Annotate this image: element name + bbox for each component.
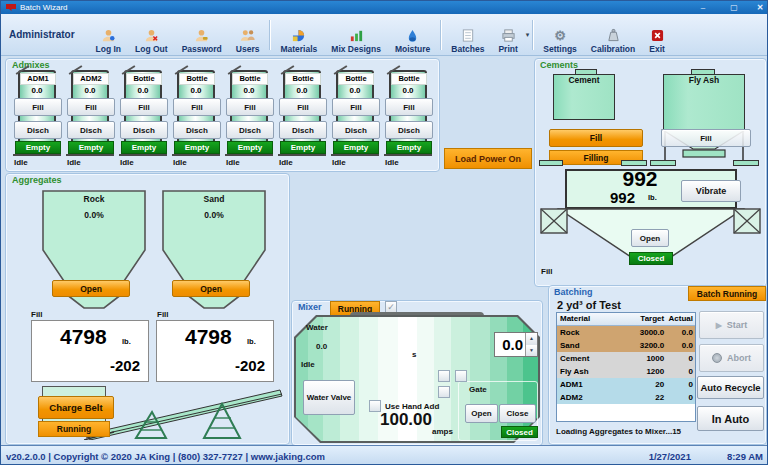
main-toolbar: Administrator Log In Log Out Password Us… [1,14,768,56]
admix-disch-button[interactable]: Disch [385,121,433,139]
admix-fill-button[interactable]: Fill [332,98,380,116]
admix-fill-button[interactable]: Fill [14,98,62,116]
settings-button[interactable]: ⚙ Settings [536,16,584,54]
setpoint-value: 0.0 [495,333,525,356]
admix-disch-button[interactable]: Disch [279,121,327,139]
status-bar: v20.2.0.0 | Copyright © 2020 JA King | (… [1,445,768,465]
gear-icon: ⚙ [554,28,566,44]
rock-open-button[interactable]: Open [52,280,130,297]
abort-button[interactable]: Abort [699,344,764,372]
admix-fill-button[interactable]: Fill [120,98,168,116]
admix-disch-button[interactable]: Disch [332,121,380,139]
rock-label: Rock [40,194,148,204]
login-button[interactable]: Log In [89,16,129,54]
users-icon [240,28,256,44]
start-button[interactable]: ▶ Start [699,311,764,339]
admix-empty-status: Empty [15,141,61,154]
mixer-title: Mixer [298,302,322,312]
admix-fill-button[interactable]: Fill [385,98,433,116]
exit-button[interactable]: Exit [642,16,672,54]
toolbar-separator [532,20,533,50]
admix-disch-button[interactable]: Disch [226,121,274,139]
user-logout-icon [144,28,159,44]
flyash-fill-button[interactable]: Fill [661,129,751,147]
materials-button[interactable]: Materials [273,16,324,54]
charge-belt-button[interactable]: Charge Belt [38,396,114,419]
gate-label: Gate [469,385,487,394]
admix-name: Bottle [179,73,215,85]
calibration-button[interactable]: Calibration [584,16,642,54]
admix-name: ADM1 [20,73,56,85]
admix-disch-button[interactable]: Disch [173,121,221,139]
support-bracket [539,160,563,166]
admix-unit-bottle: Bottle 0.0 Fill Disch Empty Idle [331,70,381,170]
admix-fill-button[interactable]: Fill [279,98,327,116]
user-key-icon [194,28,209,44]
water-label: Water [306,323,328,332]
aggregates-title: Aggregates [12,175,62,185]
mix-designs-button[interactable]: Mix Designs [324,16,388,54]
cement-weight-value: 992 [590,167,690,191]
moisture-button[interactable]: Moisture [388,16,437,54]
vibrate-button[interactable]: Vibrate [681,180,741,202]
water-value: 0.0 [316,342,327,351]
spin-up-icon[interactable]: ▲ [526,333,537,345]
maximize-button[interactable]: ▢ [725,2,743,13]
water-valve-button[interactable]: Water Valve [303,380,355,415]
admix-name: Bottle [285,73,321,85]
admix-fill-button[interactable]: Fill [173,98,221,116]
admix-value: 0.0 [283,86,321,95]
admix-disch-button[interactable]: Disch [120,121,168,139]
admix-status: Idle [332,158,346,167]
abort-icon [712,353,722,363]
table-row: Fly Ash12000 [557,365,695,378]
logout-button[interactable]: Log Out [128,16,175,54]
cements-panel: Cements Cement Fly Ash Fill Fill Filling… [534,58,767,287]
load-power-on-button[interactable]: Load Power On [444,148,532,169]
admix-empty-status: Empty [174,141,220,154]
admix-name: Bottle [391,73,427,85]
admix-disch-button[interactable]: Disch [14,121,62,139]
flyash-silo-label: Fly Ash [663,75,745,85]
support-bracket [650,160,676,166]
batches-button[interactable]: Batches [444,16,491,54]
password-button[interactable]: Password [175,16,229,54]
admix-value: 0.0 [230,86,268,95]
admix-status: Idle [14,158,28,167]
sand-open-button[interactable]: Open [172,280,250,297]
mixer-checkbox-2[interactable] [455,370,467,382]
users-button[interactable]: Users [229,16,267,54]
tank-base [13,154,61,156]
mixer-gate-status: Closed [501,426,538,438]
print-dropdown-icon[interactable]: ▾ [526,31,530,39]
admix-name: ADM2 [73,73,109,85]
title-bar: Batch Wizard – ▢ ✕ [1,1,768,14]
print-button[interactable]: Print [491,16,524,54]
mixer-checkbox-3[interactable] [438,386,450,398]
cement-gate-open-button[interactable]: Open [631,229,669,247]
cement-gate-status: Closed [629,252,673,265]
admix-unit-adm2: ADM2 0.0 Fill Disch Empty Idle [66,70,116,170]
admix-value: 0.0 [389,86,427,95]
spin-down-icon[interactable]: ▼ [526,345,537,357]
mixer-gate-open-button[interactable]: Open [465,404,498,423]
auto-recycle-button[interactable]: Auto Recycle [697,376,764,399]
batch-materials-table: Material Target Actual Rock3000.00.0 San… [556,312,696,422]
mixer-gate-close-button[interactable]: Close [499,404,536,423]
close-button[interactable]: ✕ [751,2,768,13]
admix-empty-status: Empty [68,141,114,154]
mixer-setpoint-spinner[interactable]: 0.0 ▲▼ [494,332,538,357]
cement-fill-button[interactable]: Fill [549,129,643,147]
table-row: Cement10000 [557,352,695,365]
in-auto-button[interactable]: In Auto [697,406,764,431]
admix-fill-button[interactable]: Fill [67,98,115,116]
admix-fill-button[interactable]: Fill [226,98,274,116]
sand-weight-unit: lb. [247,337,256,346]
mixer-checkbox-1[interactable] [438,370,450,382]
table-row: Rock3000.00.0 [557,326,695,339]
admixes-panel: Admixes ADM1 0.0 Fill Disch Empty Idle A… [5,58,440,172]
admix-disch-button[interactable]: Disch [67,121,115,139]
materials-chart-icon [291,28,306,44]
cements-title: Cements [540,60,578,70]
minimize-button[interactable]: – [694,2,712,13]
